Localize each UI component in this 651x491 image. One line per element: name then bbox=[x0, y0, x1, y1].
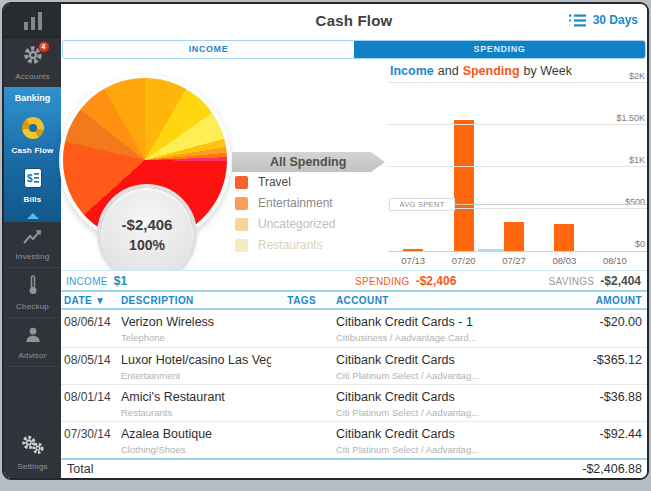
category-text: Clothing/Shoes bbox=[121, 444, 271, 455]
sidebar-item-label: Cash Flow bbox=[4, 146, 61, 155]
cell-description: Verizon WirelessTelephone bbox=[121, 315, 271, 343]
summary-savings: SAVINGS -$2,404 bbox=[548, 274, 641, 288]
cell-date: 08/01/14 bbox=[64, 390, 121, 404]
account-sub-text: Citi Platinum Select / Aadvantag... bbox=[336, 370, 542, 381]
cell-account: Citibank Credit CardsCiti Platinum Selec… bbox=[316, 390, 542, 418]
spending-bar[interactable] bbox=[554, 224, 574, 251]
account-text: Citibank Credit Cards bbox=[336, 390, 542, 404]
account-text: Citibank Credit Cards bbox=[336, 353, 542, 367]
sort-arrow-icon: ▼ bbox=[95, 295, 105, 306]
cell-description: Luxor Hotel/casino Las Vegas NvEntertain… bbox=[121, 353, 271, 381]
column-header-account[interactable]: ACCOUNT bbox=[316, 295, 542, 306]
title-word-spending: Spending bbox=[463, 64, 520, 78]
pie-legend: TravelEntertainmentUncategorizedRestaura… bbox=[235, 174, 385, 258]
sidebar-item-checkup[interactable]: Checkup bbox=[4, 268, 61, 318]
legend-item-restaurants[interactable]: Restaurants bbox=[235, 237, 385, 253]
bills-icon: $ bbox=[24, 168, 42, 188]
account-sub-text: Citi Platinum Select / Aadvantag... bbox=[336, 444, 542, 455]
legend-label: Restaurants bbox=[258, 238, 323, 252]
sidebar-section-banking: Banking Cash Flow $ Bills bbox=[4, 87, 61, 222]
cell-date: 08/05/14 bbox=[64, 353, 121, 367]
sidebar-item-investing[interactable]: Investing bbox=[4, 222, 61, 268]
spending-bar[interactable] bbox=[454, 120, 474, 251]
sidebar-item-label: Investing bbox=[4, 252, 61, 261]
bar-slot-07/20 bbox=[438, 83, 488, 251]
page-background: 4 Accounts Banking Cash Flow $ bbox=[0, 0, 651, 491]
cell-date: 07/30/14 bbox=[64, 427, 121, 441]
legend-item-uncategorized[interactable]: Uncategorized bbox=[235, 216, 385, 232]
legend-swatch bbox=[235, 218, 248, 231]
account-sub-text: Citi Platinum Select / Aadvantag... bbox=[336, 407, 542, 418]
cell-amount: -$20.00 bbox=[542, 315, 642, 329]
y-axis-tick-label: $1K bbox=[629, 155, 645, 165]
bar-slots bbox=[388, 83, 640, 251]
filter-list-icon bbox=[569, 14, 586, 27]
title-word-income: Income bbox=[390, 64, 434, 78]
date-range-label[interactable]: 30 Days bbox=[593, 13, 638, 27]
category-text: Restaurants bbox=[121, 407, 271, 418]
legend-label: Entertainment bbox=[258, 196, 333, 210]
legend-header-all-spending[interactable]: All Spending bbox=[232, 152, 385, 172]
bar-slot-08/10 bbox=[590, 83, 640, 251]
legend-label: Uncategorized bbox=[258, 217, 335, 231]
cell-description: Azalea BoutiqueClothing/Shoes bbox=[121, 427, 271, 455]
bar-chart-logo-icon bbox=[22, 10, 44, 32]
bar-chart-title: IncomeandSpendingby Week bbox=[390, 64, 572, 78]
spending-pie-chart[interactable]: -$2,406 100% bbox=[63, 78, 227, 242]
sidebar-item-accounts[interactable]: 4 Accounts bbox=[4, 38, 61, 87]
total-label: Total bbox=[67, 462, 93, 476]
y-axis-tick-label: $1.50K bbox=[616, 113, 645, 123]
x-axis-label: 07/20 bbox=[438, 255, 488, 266]
bar-slot-08/03 bbox=[539, 83, 589, 251]
income-spending-tabs: INCOME SPENDING bbox=[62, 40, 646, 59]
table-row[interactable]: 08/05/14Luxor Hotel/casino Las Vegas NvE… bbox=[61, 347, 647, 384]
sidebar: 4 Accounts Banking Cash Flow $ bbox=[4, 4, 61, 478]
date-range-control[interactable]: 30 Days bbox=[569, 13, 638, 27]
sidebar-item-bills[interactable]: $ Bills bbox=[4, 161, 61, 210]
column-header-tags[interactable]: TAGS bbox=[271, 295, 316, 306]
alerts-badge: 4 bbox=[38, 41, 50, 53]
main-content: Cash Flow 30 Days INCOME SPENDING bbox=[61, 4, 647, 478]
category-text: Entertainment bbox=[121, 370, 271, 381]
legend-swatch bbox=[235, 197, 248, 210]
column-header-amount[interactable]: AMOUNT bbox=[542, 295, 642, 306]
account-sub-text: Citibusiness / Aadvantage Card... bbox=[336, 332, 542, 343]
app-logo[interactable] bbox=[4, 4, 61, 38]
x-axis-label: 07/27 bbox=[489, 255, 539, 266]
line-chart-icon bbox=[22, 229, 44, 245]
account-text: Citibank Credit Cards bbox=[336, 427, 542, 441]
gears-icon bbox=[20, 435, 46, 455]
gridline bbox=[388, 124, 648, 125]
spending-bar[interactable] bbox=[504, 222, 524, 251]
table-row[interactable]: 07/30/14Azalea BoutiqueClothing/ShoesCit… bbox=[61, 421, 647, 458]
sidebar-item-advisor[interactable]: Advisor bbox=[4, 318, 61, 367]
cell-amount: -$92.44 bbox=[542, 427, 642, 441]
summary-income: INCOME $1 bbox=[66, 274, 127, 288]
column-header-date[interactable]: DATE▼ bbox=[64, 295, 121, 306]
pie-total-percent: 100% bbox=[129, 237, 165, 253]
person-icon bbox=[23, 325, 43, 344]
pie-center-label: -$2,406 100% bbox=[101, 188, 193, 280]
thermometer-icon bbox=[26, 275, 40, 295]
legend-item-travel[interactable]: Travel bbox=[235, 174, 385, 190]
y-axis-tick-label: $2K bbox=[629, 71, 645, 81]
table-row[interactable]: 08/01/14Amici's RestaurantRestaurantsCit… bbox=[61, 384, 647, 421]
sidebar-item-settings[interactable]: Settings bbox=[4, 427, 61, 478]
top-header: Cash Flow 30 Days bbox=[61, 4, 647, 38]
sidebar-item-label: Accounts bbox=[4, 72, 61, 81]
legend-label: Travel bbox=[258, 175, 291, 189]
description-text: Verizon Wireless bbox=[121, 315, 271, 329]
legend-item-entertainment[interactable]: Entertainment bbox=[235, 195, 385, 211]
gridline bbox=[388, 82, 648, 83]
cell-amount: -$36.88 bbox=[542, 390, 642, 404]
tab-spending[interactable]: SPENDING bbox=[354, 41, 645, 58]
summary-spending: SPENDING -$2,406 bbox=[355, 274, 456, 288]
avg-spent-label: AVG SPENT bbox=[389, 198, 455, 211]
tab-income[interactable]: INCOME bbox=[63, 41, 354, 58]
cell-account: Citibank Credit CardsCiti Platinum Selec… bbox=[316, 353, 542, 381]
column-header-description[interactable]: DESCRIPTION bbox=[121, 295, 271, 306]
bar-plot-area: AVG SPENT $2K$1.50K$1K$500$0 bbox=[388, 83, 648, 251]
y-axis-tick-label: $500 bbox=[625, 197, 645, 207]
table-row[interactable]: 08/06/14Verizon WirelessTelephoneCitiban… bbox=[61, 310, 647, 347]
sidebar-item-cash-flow[interactable]: Cash Flow bbox=[4, 110, 61, 161]
